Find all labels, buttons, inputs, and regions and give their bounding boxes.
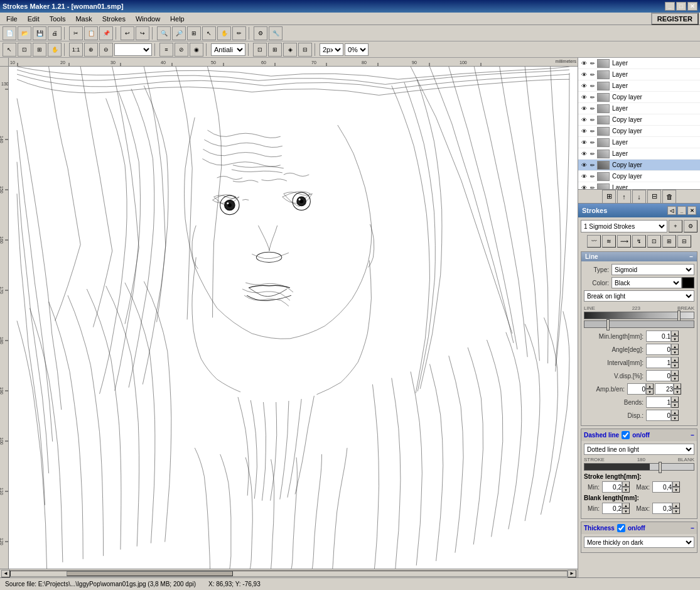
stroke-max-down[interactable]: ▼ bbox=[672, 487, 680, 493]
layer-edit-icon[interactable]: ✏ bbox=[588, 93, 597, 102]
layer-merge-button[interactable]: ⊟ bbox=[647, 190, 661, 204]
move-button[interactable]: ✋ bbox=[217, 26, 231, 40]
strokes-minimize-button[interactable]: _ bbox=[677, 206, 686, 215]
layer-edit-icon[interactable]: ✏ bbox=[588, 172, 597, 181]
layer-eye-icon[interactable]: 👁 bbox=[579, 116, 588, 124]
menu-strokes[interactable]: Strokes bbox=[97, 14, 131, 24]
layer-row[interactable]: 👁 ✏ Layer bbox=[578, 58, 700, 69]
layer-eye-icon[interactable]: 👁 bbox=[579, 93, 588, 102]
disp-down[interactable]: ▼ bbox=[671, 415, 679, 421]
break-mode-select[interactable]: Break on light Break on dark No break bbox=[584, 290, 694, 302]
layer-up-button[interactable]: ↑ bbox=[617, 190, 631, 204]
second-handle[interactable] bbox=[606, 319, 610, 331]
layer-row[interactable]: 👁 ✏ Layer bbox=[578, 103, 700, 114]
scroll-right-button[interactable]: ► bbox=[568, 570, 576, 577]
vdisp-up[interactable]: ▲ bbox=[671, 370, 679, 376]
angle-down[interactable]: ▼ bbox=[671, 349, 679, 355]
tb2-btn11[interactable]: ⊟ bbox=[298, 43, 312, 57]
line-break-slider[interactable] bbox=[584, 312, 694, 319]
blank-min-up[interactable]: ▲ bbox=[622, 503, 630, 508]
interval-down[interactable]: ▼ bbox=[671, 363, 679, 368]
stroke-icon-2[interactable]: ≋ bbox=[602, 235, 616, 248]
stroke-icon-4[interactable]: ↯ bbox=[632, 235, 646, 248]
interval-up[interactable]: ▲ bbox=[671, 357, 679, 363]
layer-edit-icon[interactable]: ✏ bbox=[588, 59, 597, 68]
tb2-btn5[interactable]: ≡ bbox=[159, 43, 173, 57]
angle-up[interactable]: ▲ bbox=[671, 344, 679, 349]
blank-max-down[interactable]: ▼ bbox=[672, 508, 680, 514]
layer-row[interactable]: 👁 ✏ Layer bbox=[578, 69, 700, 80]
tb2-btn8[interactable]: ⊡ bbox=[253, 43, 267, 57]
layer-eye-icon[interactable]: 👁 bbox=[579, 104, 588, 113]
tb2-btn6[interactable]: ⊘ bbox=[175, 43, 188, 57]
amp-up-2[interactable]: ▲ bbox=[674, 383, 681, 389]
register-button[interactable]: REGISTER bbox=[651, 13, 699, 25]
layer-row[interactable]: 👁 ✏ Copy layer bbox=[578, 126, 700, 137]
scrollbar-thumb-h[interactable] bbox=[67, 571, 234, 576]
zoom-100[interactable]: 1:1 bbox=[69, 43, 83, 57]
blank-max-up[interactable]: ▲ bbox=[672, 503, 680, 508]
stroke-icon-7[interactable]: ⊟ bbox=[677, 235, 691, 248]
pct-select[interactable]: 0% 50% 100% bbox=[345, 43, 369, 56]
stroke-icon-3[interactable]: ⟿ bbox=[617, 235, 631, 248]
copy-button[interactable]: 📋 bbox=[84, 26, 98, 40]
vdisp-input[interactable] bbox=[646, 370, 671, 381]
amp-up-1[interactable]: ▲ bbox=[646, 383, 654, 389]
thickness-section-header[interactable]: Thickness on/off − bbox=[581, 522, 697, 534]
stroke-max-up[interactable]: ▲ bbox=[672, 481, 680, 487]
layer-row[interactable]: 👁 ✏ Layer bbox=[578, 80, 700, 92]
save-button[interactable]: 💾 bbox=[33, 26, 46, 40]
maximize-button[interactable]: □ bbox=[676, 2, 686, 11]
canvas-wrapper[interactable] bbox=[9, 67, 578, 569]
min-length-up[interactable]: ▲ bbox=[671, 331, 679, 336]
layer-row[interactable]: 👁 ✏ Copy layer bbox=[578, 160, 700, 171]
paste-button[interactable]: 📌 bbox=[99, 26, 113, 40]
layer-eye-icon[interactable]: 👁 bbox=[579, 150, 588, 158]
properties-button[interactable]: ⚙ bbox=[254, 26, 267, 40]
layer-edit-icon[interactable]: ✏ bbox=[588, 150, 597, 158]
interval-input[interactable] bbox=[646, 357, 671, 368]
fit-button[interactable]: ⊞ bbox=[187, 26, 201, 40]
settings-button[interactable]: 🔧 bbox=[269, 26, 283, 40]
zoom-in-button[interactable]: 🔍 bbox=[157, 26, 171, 40]
zoom-fit[interactable]: ⊕ bbox=[84, 43, 98, 57]
minimize-button[interactable]: _ bbox=[665, 2, 675, 11]
bends-down[interactable]: ▼ bbox=[671, 402, 679, 408]
layer-row[interactable]: 👁 ✏ Copy layer bbox=[578, 92, 700, 103]
stroke-blank-handle[interactable] bbox=[659, 462, 662, 473]
stroke-max-input[interactable] bbox=[652, 481, 672, 493]
min-length-input[interactable] bbox=[646, 331, 671, 342]
menu-tools[interactable]: Tools bbox=[45, 14, 71, 24]
open-button[interactable]: 📂 bbox=[18, 26, 31, 40]
zoom-out-button[interactable]: 🔎 bbox=[172, 26, 186, 40]
layer-row[interactable]: 👁 ✏ Layer bbox=[578, 182, 700, 190]
stroke-min-down[interactable]: ▼ bbox=[622, 487, 630, 493]
menu-file[interactable]: File bbox=[1, 14, 23, 24]
layer-eye-icon[interactable]: 👁 bbox=[579, 82, 588, 90]
layer-eye-icon[interactable]: 👁 bbox=[579, 138, 588, 147]
thickness-toggle[interactable] bbox=[617, 524, 625, 532]
stroke-min-input[interactable] bbox=[602, 481, 622, 493]
amp-down-1[interactable]: ▼ bbox=[646, 389, 654, 395]
color-select[interactable]: Black White bbox=[611, 277, 682, 288]
menu-mask[interactable]: Mask bbox=[70, 14, 97, 24]
layer-row[interactable]: 👁 ✏ Copy layer bbox=[578, 171, 700, 182]
layer-edit-icon[interactable]: ✏ bbox=[588, 161, 597, 170]
line-section-header[interactable]: Line − bbox=[581, 252, 697, 261]
layer-down-button[interactable]: ↓ bbox=[632, 190, 646, 204]
stroke-type-select[interactable]: 1 Sigmoid Strokes 2 Linear Strokes bbox=[581, 220, 667, 232]
stroke-icon-1[interactable]: 〰 bbox=[587, 235, 601, 248]
second-slider[interactable] bbox=[584, 320, 694, 328]
tb2-btn3[interactable]: ⊞ bbox=[33, 43, 46, 57]
amp-down-2[interactable]: ▼ bbox=[674, 389, 681, 395]
layer-edit-icon[interactable]: ✏ bbox=[588, 127, 597, 136]
px-select[interactable]: 2px 1px 3px bbox=[320, 43, 343, 56]
strokes-close-button[interactable]: ✕ bbox=[687, 206, 696, 215]
layer-eye-icon[interactable]: 👁 bbox=[579, 161, 588, 170]
angle-input[interactable] bbox=[646, 344, 671, 355]
layer-edit-icon[interactable]: ✏ bbox=[588, 116, 597, 124]
layer-edit-icon[interactable]: ✏ bbox=[588, 104, 597, 113]
type-select[interactable]: Sigmoid Linear Curve bbox=[611, 264, 694, 275]
vdisp-down[interactable]: ▼ bbox=[671, 376, 679, 381]
layer-row[interactable]: 👁 ✏ Copy layer bbox=[578, 114, 700, 126]
